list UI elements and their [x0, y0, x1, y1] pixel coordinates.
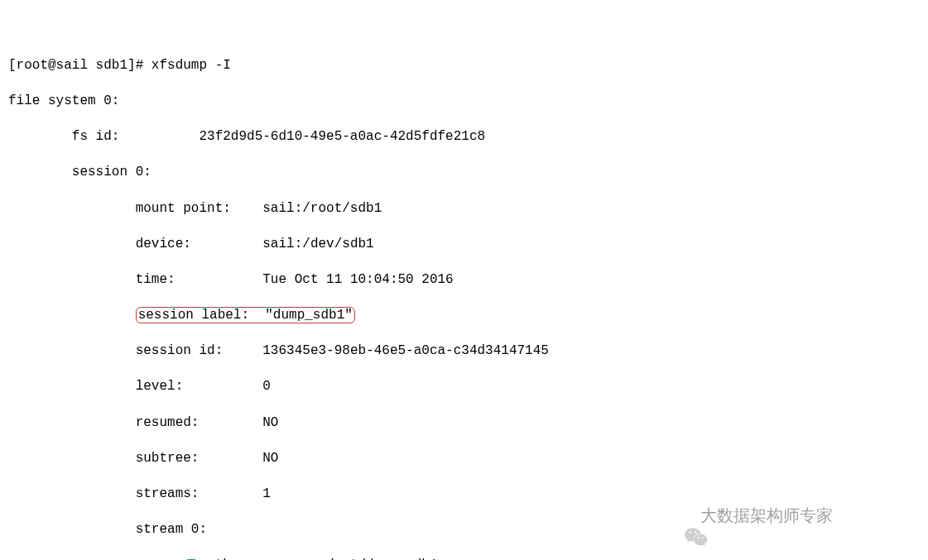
session-label-value: "dump_sdb1"	[265, 308, 353, 323]
shell-prompt: [root@sail sdb1]#	[8, 58, 151, 73]
mount-point-value: sail:/root/sdb1	[262, 201, 382, 216]
mount-point-line: mount point: sail:/root/sdb1	[8, 200, 920, 218]
fs-id-label: fs id:	[72, 129, 120, 144]
session-id-line: session id: 136345e3-98eb-46e5-a0ca-c34d…	[8, 342, 920, 361]
session-header: session 0:	[8, 164, 920, 182]
device-line: device: sail:/dev/sdb1	[8, 236, 920, 254]
device-value: sail:/dev/sdb1	[262, 237, 373, 251]
session-id-label: session id:	[136, 343, 224, 358]
stream-header: stream 0:	[8, 521, 920, 539]
subtree-line: subtree: NO	[8, 450, 920, 468]
streams-line: streams: 1	[8, 486, 920, 504]
time-label: time:	[136, 272, 176, 287]
fs-header: file system 0:	[8, 93, 920, 111]
fs-id-value: 23f2d9d5-6d10-49e5-a0ac-42d5fdfe21c8	[199, 129, 485, 144]
subtree-label: subtree:	[136, 451, 200, 466]
streams-label: streams:	[136, 486, 200, 501]
command-line[interactable]: [root@sail sdb1]# xfsdump -I	[8, 57, 920, 75]
level-value: 0	[262, 379, 271, 394]
resumed-label: resumed:	[136, 415, 200, 430]
pathname-line: pathname: /opt/dump_sdb1	[8, 557, 920, 560]
device-label: device:	[136, 237, 191, 251]
session-label-highlight: session label: "dump_sdb1"	[136, 307, 355, 323]
resumed-line: resumed: NO	[8, 414, 920, 433]
fs-id-line: fs id: 23f2d9d5-6d10-49e5-a0ac-42d5fdfe2…	[8, 128, 920, 146]
resumed-value: NO	[262, 415, 278, 430]
session-id-value: 136345e3-98eb-46e5-a0ca-c34d34147145	[262, 343, 549, 358]
streams-value: 1	[262, 486, 271, 501]
level-line: level: 0	[8, 378, 920, 396]
mount-point-label: mount point:	[136, 201, 231, 216]
subtree-value: NO	[262, 451, 278, 466]
session-label-label: session label:	[138, 308, 249, 323]
level-label: level:	[136, 379, 184, 394]
session-label-line: session label: "dump_sdb1"	[8, 307, 920, 325]
time-value: Tue Oct 11 10:04:50 2016	[262, 272, 453, 287]
command-text: xfsdump -I	[151, 58, 231, 73]
time-line: time: Tue Oct 11 10:04:50 2016	[8, 271, 920, 290]
